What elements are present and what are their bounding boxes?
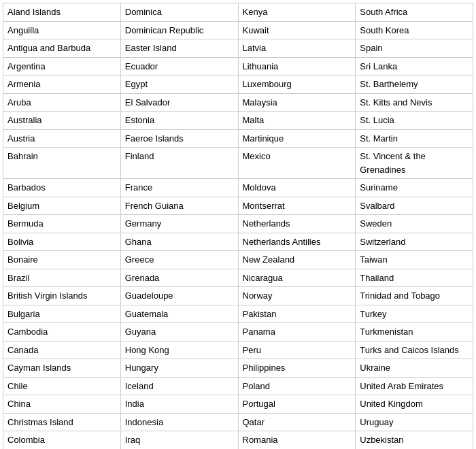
table-row: CanadaHong KongPeruTurks and Caicos Isla…: [3, 341, 473, 359]
country-cell: Christmas Island: [3, 413, 121, 431]
country-cell: Chile: [3, 377, 121, 395]
country-cell: El Salvador: [120, 93, 238, 112]
country-cell: British Virgin Islands: [3, 287, 121, 305]
table-row: BoliviaGhanaNetherlands AntillesSwitzerl…: [3, 233, 473, 251]
country-cell: Bulgaria: [3, 305, 121, 323]
country-cell: Poland: [238, 377, 356, 395]
country-cell: South Africa: [356, 3, 473, 22]
country-cell: India: [120, 395, 238, 414]
country-cell: Thailand: [356, 269, 473, 287]
country-cell: Antigua and Barbuda: [3, 39, 121, 58]
country-cell: Netherlands Antilles: [238, 233, 356, 251]
country-cell: Guadeloupe: [120, 287, 238, 305]
country-cell: Guatemala: [120, 305, 238, 323]
country-cell: Sweden: [356, 215, 473, 233]
country-cell: Peru: [238, 341, 356, 359]
country-cell: Bolivia: [3, 233, 121, 251]
country-cell: Taiwan: [356, 251, 473, 269]
country-cell: Aland Islands: [3, 3, 121, 22]
table-row: AustriaFaeroe IslandsMartiniqueSt. Marti…: [3, 129, 473, 148]
country-cell: Grenada: [120, 269, 238, 287]
country-cell: Uzbekistan: [356, 431, 473, 450]
country-cell: China: [3, 395, 121, 414]
table-row: Christmas IslandIndonesiaQatarUruguay: [3, 413, 473, 431]
country-cell: Australia: [3, 112, 121, 130]
table-row: Aland IslandsDominicaKenyaSouth Africa: [3, 3, 473, 22]
country-cell: United Arab Emirates: [356, 377, 473, 395]
country-cell: Romania: [238, 431, 356, 450]
table-row: ArmeniaEgyptLuxembourgSt. Barthelemy: [3, 76, 473, 94]
country-cell: Norway: [238, 287, 356, 305]
country-cell: Turkey: [356, 305, 473, 323]
country-cell: Iceland: [120, 377, 238, 395]
country-cell: Guyana: [120, 323, 238, 342]
country-cell: Mexico: [238, 148, 356, 179]
country-cell: Faeroe Islands: [120, 129, 238, 148]
country-cell: Kuwait: [238, 21, 356, 39]
country-cell: Dominica: [120, 3, 238, 22]
country-cell: Qatar: [238, 413, 356, 431]
country-cell: Bermuda: [3, 215, 121, 233]
table-row: BelgiumFrench GuianaMontserratSvalbard: [3, 197, 473, 215]
table-row: BrazilGrenadaNicaraguaThailand: [3, 269, 473, 287]
country-cell: Trinidad and Tobago: [356, 287, 473, 305]
country-cell: Latvia: [238, 39, 356, 58]
country-cell: Switzerland: [356, 233, 473, 251]
country-cell: St. Kitts and Nevis: [356, 93, 473, 112]
country-cell: Uruguay: [356, 413, 473, 431]
country-cell: South Korea: [356, 21, 473, 39]
country-cell: Argentina: [3, 57, 121, 76]
country-cell: Spain: [356, 39, 473, 58]
country-cell: Nicaragua: [238, 269, 356, 287]
table-row: AustraliaEstoniaMaltaSt. Lucia: [3, 112, 473, 130]
country-cell: Cambodia: [3, 323, 121, 342]
table-row: Antigua and BarbudaEaster IslandLatviaSp…: [3, 39, 473, 58]
country-cell: Ukraine: [356, 359, 473, 378]
table-row: ChileIcelandPolandUnited Arab Emirates: [3, 377, 473, 395]
country-cell: Montserrat: [238, 197, 356, 215]
country-cell: Belgium: [3, 197, 121, 215]
country-cell: Bahrain: [3, 148, 121, 179]
countries-table: Aland IslandsDominicaKenyaSouth AfricaAn…: [3, 3, 473, 449]
country-cell: Brazil: [3, 269, 121, 287]
country-cell: St. Lucia: [356, 112, 473, 130]
country-cell: St. Vincent & the Grenadines: [356, 148, 473, 179]
country-cell: Sri Lanka: [356, 57, 473, 76]
country-cell: Colombia: [3, 431, 121, 450]
country-cell: French Guiana: [120, 197, 238, 215]
country-cell: Greece: [120, 251, 238, 269]
table-row: BermudaGermanyNetherlandsSweden: [3, 215, 473, 233]
country-cell: Moldova: [238, 179, 356, 197]
country-cell: Turks and Caicos Islands: [356, 341, 473, 359]
country-cell: Hong Kong: [120, 341, 238, 359]
table-row: BahrainFinlandMexicoSt. Vincent & the Gr…: [3, 148, 473, 179]
country-cell: Martinique: [238, 129, 356, 148]
country-cell: Easter Island: [120, 39, 238, 58]
table-row: British Virgin IslandsGuadeloupeNorwayTr…: [3, 287, 473, 305]
country-cell: Pakistan: [238, 305, 356, 323]
country-cell: Aruba: [3, 93, 121, 112]
table-row: BulgariaGuatemalaPakistanTurkey: [3, 305, 473, 323]
country-cell: Kenya: [238, 3, 356, 22]
country-cell: United Kingdom: [356, 395, 473, 414]
country-cell: Iraq: [120, 431, 238, 450]
country-cell: Ghana: [120, 233, 238, 251]
country-cell: Hungary: [120, 359, 238, 378]
country-cell: Ecuador: [120, 57, 238, 76]
country-cell: Luxembourg: [238, 76, 356, 94]
country-cell: Malaysia: [238, 93, 356, 112]
country-cell: Finland: [120, 148, 238, 179]
country-cell: Anguilla: [3, 21, 121, 39]
table-row: AnguillaDominican RepublicKuwaitSouth Ko…: [3, 21, 473, 39]
country-cell: Egypt: [120, 76, 238, 94]
table-row: ChinaIndiaPortugalUnited Kingdom: [3, 395, 473, 414]
table-row: CambodiaGuyanaPanamaTurkmenistan: [3, 323, 473, 342]
country-cell: Philippines: [238, 359, 356, 378]
country-cell: Portugal: [238, 395, 356, 414]
country-cell: Germany: [120, 215, 238, 233]
country-cell: Cayman Islands: [3, 359, 121, 378]
table-row: BonaireGreeceNew ZealandTaiwan: [3, 251, 473, 269]
country-cell: Estonia: [120, 112, 238, 130]
country-cell: Netherlands: [238, 215, 356, 233]
country-cell: Dominican Republic: [120, 21, 238, 39]
